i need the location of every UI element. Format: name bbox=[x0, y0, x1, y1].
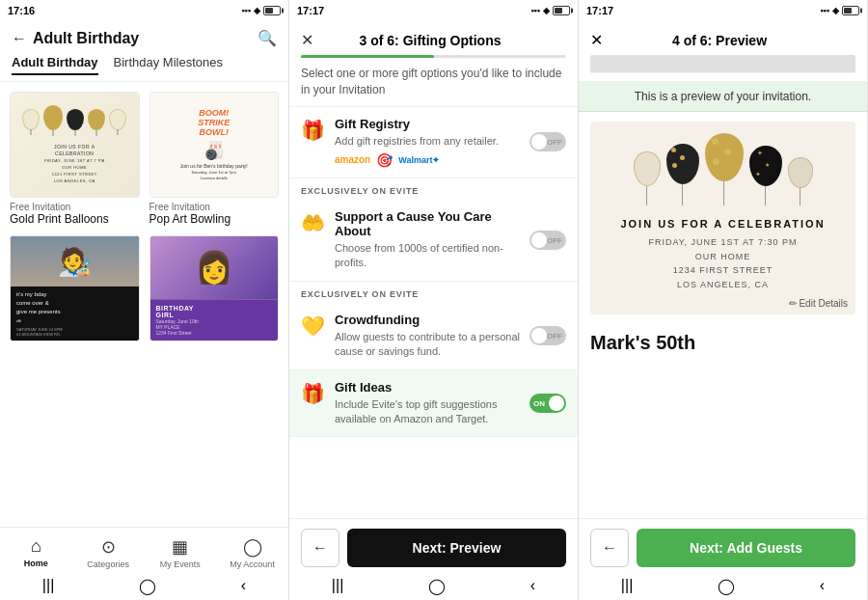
gift-registry-desc: Add gift registries from any retailer. bbox=[335, 134, 520, 149]
preview-banner: This is a preview of your invitation. bbox=[579, 82, 867, 112]
step-title-p3: 4 of 6: Preview bbox=[672, 33, 767, 48]
battery-3 bbox=[842, 6, 859, 15]
home-icon: ⌂ bbox=[31, 536, 41, 557]
card-name-1: Gold Print Balloons bbox=[10, 212, 140, 226]
phone-nav-1: ||| ◯ ‹ bbox=[0, 577, 288, 594]
gift-option-ideas: 🎁 Gift Ideas Include Evite's top gift su… bbox=[289, 370, 578, 438]
p2-subtitle: Select one or more gift options you'd li… bbox=[301, 66, 566, 98]
phone-menu-icon[interactable]: ||| bbox=[42, 577, 54, 594]
signal-icon-1: ▪▪▪ bbox=[241, 6, 251, 15]
nav-events-label: My Events bbox=[160, 559, 201, 569]
cause-icon: 🤲 bbox=[301, 209, 325, 234]
phone-menu-icon-3[interactable]: ||| bbox=[621, 577, 633, 594]
back-title: ← Adult Birthday bbox=[12, 30, 139, 47]
phone-home-icon-2[interactable]: ◯ bbox=[428, 577, 446, 595]
signal-icon-3: ▪▪▪ bbox=[820, 6, 829, 15]
gift-ideas-content: Gift Ideas Include Evite's top gift sugg… bbox=[335, 380, 520, 427]
card-birthday-girl[interactable]: 👩 BIRTHDAYGIRL Saturday, June 10thMY PLA… bbox=[149, 235, 280, 345]
gift-ideas-icon: 🎁 bbox=[301, 380, 325, 405]
amazon-logo: amazon bbox=[335, 154, 370, 165]
bottom-nav: ⌂ Home ⊙ Categories ▦ My Events ◯ My Acc… bbox=[0, 527, 288, 577]
nav-my-account[interactable]: ◯ My Account bbox=[216, 536, 288, 569]
crowdfunding-title: Crowdfunding bbox=[335, 313, 520, 327]
gift-registry-toggle[interactable]: OFF bbox=[529, 132, 566, 151]
nav-categories[interactable]: ⊙ Categories bbox=[72, 536, 145, 569]
close-button[interactable]: ✕ bbox=[301, 31, 313, 49]
card2-subtext: Join us for Ben's birthday party!Saturda… bbox=[180, 163, 248, 180]
target-logo: 🎯 bbox=[376, 152, 393, 168]
preview-balloons: ✦ ★ ✦ bbox=[590, 122, 855, 209]
search-icon[interactable]: 🔍 bbox=[258, 29, 277, 47]
nav-home[interactable]: ⌂ Home bbox=[0, 536, 72, 568]
progress-bar-2 bbox=[301, 55, 566, 58]
panel-gifting-options: 17:17 ▪▪▪ ◈ ✕ 3 of 6: Gifting Options Se… bbox=[289, 0, 579, 600]
gift-option-cause: 🤲 Support a Cause You Care About Choose … bbox=[289, 200, 578, 282]
progress-bar-3 bbox=[590, 55, 855, 73]
phone-home-icon-3[interactable]: ◯ bbox=[718, 577, 735, 595]
card-bday[interactable]: 🧑‍🎨 it's my bdaycome over &give me prese… bbox=[10, 235, 140, 345]
nav-account-label: My Account bbox=[230, 559, 275, 569]
walmart-logo: Walmart✦ bbox=[398, 155, 440, 165]
status-icons-2: ▪▪▪ ◈ bbox=[530, 6, 570, 15]
preview-text-area: JOIN US FOR A CELEBRATION FRIDAY, JUNE 1… bbox=[590, 209, 855, 303]
bowling-icon: 🎳 bbox=[203, 140, 225, 161]
edit-icon: ✏ bbox=[789, 298, 797, 309]
card-pop-art-bowling[interactable]: BOOM!STRIKEBOWL! 🎳 Join us for Ben's bir… bbox=[149, 92, 280, 226]
time-3: 17:17 bbox=[586, 5, 613, 16]
phone-back-icon-3[interactable]: ‹ bbox=[820, 577, 825, 594]
gift-ideas-toggle[interactable]: ON bbox=[529, 394, 566, 413]
balloon-cream-2 bbox=[788, 157, 813, 205]
tabs: Adult Birthday Birthday Milestones bbox=[12, 55, 277, 75]
account-icon: ◯ bbox=[243, 536, 262, 558]
p2-header: ✕ 3 of 6: Gifting Options Select one or … bbox=[289, 21, 578, 107]
cause-title: Support a Cause You Care About bbox=[335, 209, 520, 238]
status-bar-2: 17:17 ▪▪▪ ◈ bbox=[289, 0, 578, 21]
card-grid: JOIN US FOR ACELEBRATION FRIDAY, JUNE 1S… bbox=[10, 92, 279, 345]
p3-header: ✕ 4 of 6: Preview bbox=[579, 21, 867, 82]
cause-toggle[interactable]: OFF bbox=[529, 231, 566, 250]
cause-content: Support a Cause You Care About Choose fr… bbox=[335, 209, 520, 271]
phone-back-icon[interactable]: ‹ bbox=[241, 577, 246, 594]
progress-fill-2 bbox=[301, 55, 434, 58]
p1-header: ← Adult Birthday 🔍 Adult Birthday Birthd… bbox=[0, 21, 288, 82]
card2-title: BOOM!STRIKEBOWL! bbox=[198, 109, 230, 138]
balloon-gold-polka bbox=[705, 133, 744, 205]
tab-birthday-milestones[interactable]: Birthday Milestones bbox=[114, 55, 223, 75]
nav-home-label: Home bbox=[24, 559, 48, 568]
gift-ideas-title: Gift Ideas bbox=[335, 380, 520, 395]
section-label-crowdfunding: EXCLUSIVELY ON EVITE bbox=[289, 282, 578, 303]
wifi-icon-3: ◈ bbox=[832, 6, 839, 15]
page-title: Adult Birthday bbox=[33, 30, 139, 47]
gift-registry-title: Gift Registry bbox=[335, 117, 520, 131]
edit-details-button[interactable]: ✏ Edit Details bbox=[789, 298, 848, 309]
card-gold-print-balloons[interactable]: JOIN US FOR ACELEBRATION FRIDAY, JUNE 1S… bbox=[10, 92, 140, 226]
back-button-p3[interactable]: ← bbox=[590, 529, 629, 567]
time-2: 17:17 bbox=[297, 5, 324, 16]
signal-icon-2: ▪▪▪ bbox=[530, 6, 540, 15]
tab-adult-birthday[interactable]: Adult Birthday bbox=[12, 55, 98, 75]
gift-option-crowdfunding: 💛 Crowdfunding Allow guests to contribut… bbox=[289, 303, 578, 370]
back-button[interactable]: ← bbox=[12, 30, 27, 47]
phone-menu-icon-2[interactable]: ||| bbox=[332, 577, 343, 594]
back-button-p2[interactable]: ← bbox=[301, 529, 339, 567]
next-add-guests-button[interactable]: Next: Add Guests bbox=[637, 529, 855, 567]
next-button-p2[interactable]: Next: Preview bbox=[347, 529, 566, 567]
p3-footer: ← Next: Add Guests bbox=[579, 518, 867, 577]
nav-my-events[interactable]: ▦ My Events bbox=[145, 536, 217, 569]
panel-adult-birthday: 17:16 ▪▪▪ ◈ ← Adult Birthday 🔍 Adult Bir… bbox=[0, 0, 289, 600]
preview-main-text: JOIN US FOR A CELEBRATION bbox=[602, 217, 844, 232]
card-label-1: Free Invitation bbox=[10, 202, 140, 212]
card-grid-scroll: JOIN US FOR ACELEBRATION FRIDAY, JUNE 1S… bbox=[0, 82, 288, 600]
crowdfunding-toggle[interactable]: OFF bbox=[529, 326, 566, 345]
gift-registry-content: Gift Registry Add gift registries from a… bbox=[335, 117, 520, 168]
phone-back-icon-2[interactable]: ‹ bbox=[530, 577, 535, 594]
status-bar-3: 17:17 ▪▪▪ ◈ bbox=[579, 0, 867, 21]
crowdfunding-content: Crowdfunding Allow guests to contribute … bbox=[335, 313, 520, 360]
balloon-black-stars: ✦ ★ ✦ bbox=[749, 146, 782, 205]
phone-home-icon[interactable]: ◯ bbox=[139, 577, 156, 595]
time-1: 17:16 bbox=[8, 5, 35, 16]
close-button-p3[interactable]: ✕ bbox=[590, 31, 603, 49]
wifi-icon-1: ◈ bbox=[254, 6, 260, 15]
status-icons-3: ▪▪▪ ◈ bbox=[820, 6, 859, 15]
edit-details-label: Edit Details bbox=[799, 298, 848, 309]
